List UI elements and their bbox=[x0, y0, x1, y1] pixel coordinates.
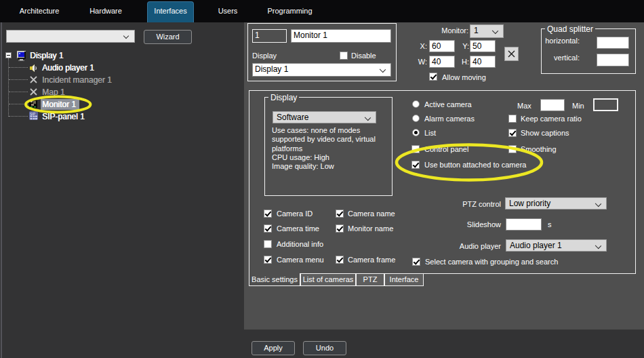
svg-text:SIP: SIP bbox=[30, 112, 36, 116]
